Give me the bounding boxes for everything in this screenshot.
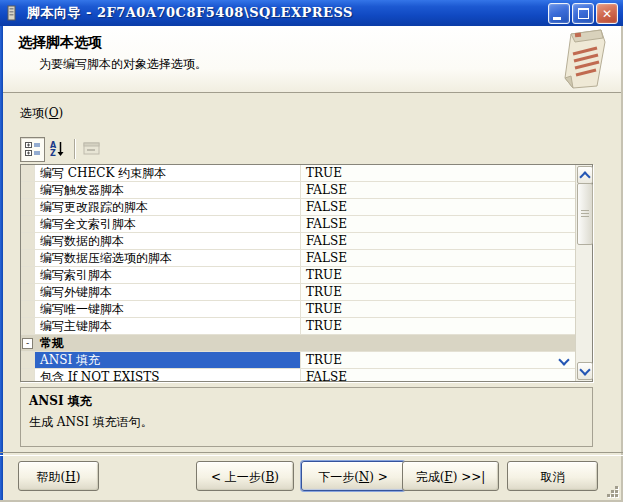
property-value-text: TRUE: [306, 284, 342, 300]
property-value-text: TRUE: [306, 318, 342, 334]
row-indent: [21, 318, 35, 334]
window-left-border: [0, 26, 3, 502]
row-indent: [21, 233, 35, 249]
property-value[interactable]: FALSE: [301, 182, 575, 198]
grid-row[interactable]: 编写触发器脚本FALSE: [21, 182, 575, 199]
scroll-down-button[interactable]: [577, 362, 593, 380]
close-button[interactable]: ✕: [596, 3, 618, 24]
row-indent: -: [21, 335, 34, 351]
row-indent: [21, 369, 35, 381]
row-indent: [21, 301, 35, 317]
property-value[interactable]: TRUE: [301, 284, 575, 300]
row-indent: [21, 352, 35, 368]
categorized-view-button[interactable]: [20, 137, 45, 162]
grid-row[interactable]: 编写唯一键脚本TRUE: [21, 301, 575, 318]
grid-row[interactable]: 编写更改跟踪的脚本FALSE: [21, 199, 575, 216]
property-value[interactable]: FALSE: [301, 233, 575, 249]
property-value[interactable]: TRUE: [301, 318, 575, 334]
row-indent: [21, 199, 35, 215]
alphabetical-sort-button[interactable]: A Z: [45, 138, 68, 161]
property-value[interactable]: FALSE: [301, 369, 575, 381]
next-button[interactable]: 下一步(N) >: [301, 461, 405, 491]
collapse-icon[interactable]: -: [22, 338, 33, 349]
options-label: 选项(O): [20, 105, 63, 122]
categorized-icon: [25, 141, 41, 157]
property-value-text: FALSE: [306, 233, 347, 249]
grid-row[interactable]: 编写全文索引脚本FALSE: [21, 216, 575, 233]
grid-row[interactable]: ANSI 填充TRUE: [21, 352, 575, 369]
window-icon: [5, 5, 21, 21]
grid-row[interactable]: 编写数据的脚本FALSE: [21, 233, 575, 250]
grid-rows: 编写 CHECK 约束脚本TRUE编写触发器脚本FALSE编写更改跟踪的脚本FA…: [21, 165, 575, 381]
property-value-text: FALSE: [306, 369, 347, 381]
grid-row[interactable]: 编写外键脚本TRUE: [21, 284, 575, 301]
property-value-text: TRUE: [306, 267, 342, 283]
options-property-grid: 编写 CHECK 约束脚本TRUE编写触发器脚本FALSE编写更改跟踪的脚本FA…: [20, 164, 593, 382]
finish-button[interactable]: 完成(F) >>|: [402, 461, 499, 491]
property-name: 编写更改跟踪的脚本: [35, 199, 301, 215]
property-value-text: TRUE: [306, 352, 342, 368]
property-name: 编写唯一键脚本: [35, 301, 301, 317]
description-text: 生成 ANSI 填充语句。: [29, 414, 584, 431]
scrollbar-thumb[interactable]: [577, 183, 593, 245]
property-pages-icon: [83, 142, 101, 156]
grid-row[interactable]: 包含 If NOT EXISTSFALSE: [21, 369, 575, 381]
grid-row[interactable]: 编写 CHECK 约束脚本TRUE: [21, 165, 575, 182]
property-value[interactable]: TRUE: [301, 352, 575, 368]
grid-toolbar: A Z: [20, 136, 103, 162]
row-indent: [21, 284, 35, 300]
chevron-up-icon: [579, 171, 590, 182]
property-name: ANSI 填充: [35, 352, 301, 368]
grid-row[interactable]: 编写索引脚本TRUE: [21, 267, 575, 284]
scroll-up-button[interactable]: [577, 166, 593, 184]
script-wizard-dialog: 脚本向导 - 2F7A0A70C8F5408\SQLEXPRESS ✕ 选择脚本…: [0, 0, 623, 502]
maximize-button[interactable]: [572, 3, 594, 24]
dropdown-arrow-icon[interactable]: [558, 354, 569, 365]
property-value-text: FALSE: [306, 216, 347, 232]
property-value[interactable]: FALSE: [301, 250, 575, 266]
property-name: 编写触发器脚本: [35, 182, 301, 198]
window-title: 脚本向导 - 2F7A0A70C8F5408\SQLEXPRESS: [27, 4, 353, 22]
property-name: 编写全文索引脚本: [35, 216, 301, 232]
property-value[interactable]: FALSE: [301, 199, 575, 215]
row-indent: [21, 216, 35, 232]
page-title: 选择脚本选项: [18, 34, 102, 52]
grid-row[interactable]: 编写主键脚本TRUE: [21, 318, 575, 335]
grid-row[interactable]: 编写数据压缩选项的脚本FALSE: [21, 250, 575, 267]
vertical-scrollbar[interactable]: [575, 165, 592, 381]
toolbar-separator: [74, 139, 76, 159]
minimize-button[interactable]: [548, 3, 570, 24]
property-value-text: TRUE: [306, 301, 342, 317]
property-value-text: TRUE: [306, 165, 342, 181]
property-pages-button[interactable]: [80, 138, 103, 161]
back-button[interactable]: < 上一步(B): [196, 461, 294, 491]
row-indent: [21, 182, 35, 198]
maximize-icon: [578, 8, 589, 19]
property-name: 编写数据的脚本: [35, 233, 301, 249]
bottom-separator: [0, 452, 623, 456]
help-button[interactable]: 帮助(H): [18, 461, 99, 491]
row-indent: [21, 165, 35, 181]
property-name: 编写数据压缩选项的脚本: [35, 250, 301, 266]
close-icon: ✕: [602, 8, 612, 20]
grid-row[interactable]: -常规: [21, 335, 575, 352]
category-name: 常规: [34, 335, 64, 351]
alphabetical-sort-icon: A Z: [49, 141, 65, 157]
property-name: 编写 CHECK 约束脚本: [35, 165, 301, 181]
script-scroll-icon: [557, 28, 609, 90]
page-subtitle: 为要编写脚本的对象选择选项。: [39, 56, 207, 73]
property-value[interactable]: TRUE: [301, 267, 575, 283]
property-name: 编写主键脚本: [35, 318, 301, 334]
property-description-panel: ANSI 填充 生成 ANSI 填充语句。: [20, 387, 593, 447]
property-value[interactable]: TRUE: [301, 165, 575, 181]
property-value[interactable]: FALSE: [301, 216, 575, 232]
property-value[interactable]: TRUE: [301, 301, 575, 317]
property-name: 编写索引脚本: [35, 267, 301, 283]
titlebar[interactable]: 脚本向导 - 2F7A0A70C8F5408\SQLEXPRESS ✕: [0, 0, 623, 26]
description-title: ANSI 填充: [29, 393, 584, 410]
cancel-button[interactable]: 取消: [507, 461, 598, 491]
minimize-icon: [553, 17, 561, 20]
row-indent: [21, 250, 35, 266]
resize-grip[interactable]: [607, 486, 620, 499]
row-indent: [21, 267, 35, 283]
